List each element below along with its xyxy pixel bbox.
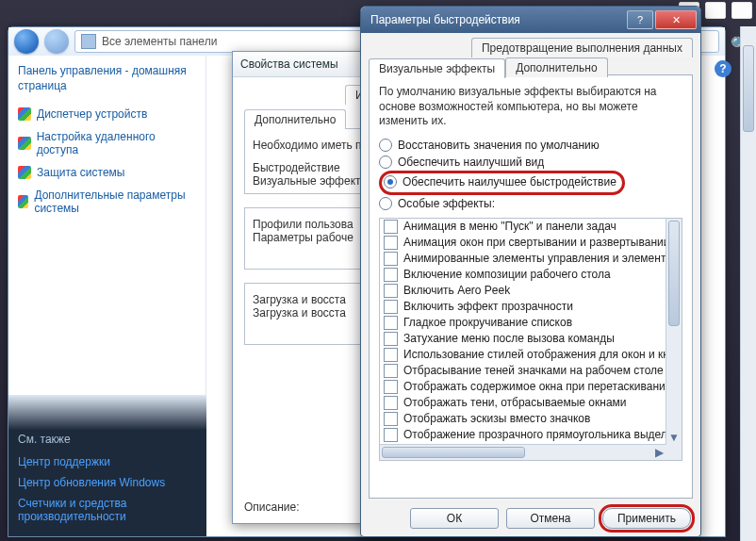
page-vscrollbar[interactable]: [740, 26, 756, 541]
effect-checkbox-row[interactable]: Анимированные элементы управления и элем…: [380, 251, 665, 267]
effect-checkbox-row[interactable]: Отображать содержимое окна при перетаски…: [380, 379, 665, 395]
window-extra-icon[interactable]: [731, 2, 752, 19]
radio-option-2[interactable]: Обеспечить наилучшее быстродействие: [384, 173, 616, 190]
checkbox-icon[interactable]: [384, 460, 398, 461]
effect-checkbox-row[interactable]: Отображение прозрачного прямоугольника в…: [380, 427, 665, 443]
effect-label: Анимация в меню "Пуск" и панели задач: [403, 220, 616, 233]
effect-checkbox-row[interactable]: Анимация в меню "Пуск" и панели задач: [380, 219, 665, 235]
hscroll-thumb[interactable]: [382, 447, 525, 458]
effects-checklist: Анимация в меню "Пуск" и панели задачАни…: [379, 218, 682, 461]
effect-checkbox-row[interactable]: Включить эффект прозрачности: [380, 299, 665, 315]
shield-icon: [18, 166, 31, 179]
effect-label: Использование стилей отображения для око…: [403, 348, 682, 361]
effect-checkbox-row[interactable]: Затухание меню после вызова команды: [380, 331, 665, 347]
checkbox-icon[interactable]: [384, 236, 398, 250]
radio-label: Обеспечить наилучший вид: [398, 156, 544, 169]
radio-icon: [379, 139, 392, 152]
see-also-link-2[interactable]: Счетчики и средства производительности: [18, 493, 197, 527]
checkbox-icon[interactable]: [384, 284, 398, 298]
sidebar-item-0[interactable]: Диспетчер устройств: [18, 103, 196, 125]
see-also-link-1[interactable]: Центр обновления Windows: [18, 472, 197, 493]
nav-forward-button[interactable]: [44, 29, 69, 54]
effect-checkbox-row[interactable]: Анимация окон при свертывании и разверты…: [380, 235, 665, 251]
checkbox-icon[interactable]: [384, 300, 398, 314]
effect-label: Включение композиции рабочего стола: [403, 268, 611, 281]
shield-icon: [18, 195, 28, 208]
effect-checkbox-row[interactable]: Использование стилей отображения для око…: [380, 347, 665, 363]
checkbox-icon[interactable]: [384, 364, 398, 378]
perf-help-button[interactable]: ?: [627, 10, 653, 29]
scroll-down-icon[interactable]: ▼: [666, 430, 682, 445]
see-also-header: См. также: [18, 433, 197, 446]
checkbox-icon[interactable]: [384, 412, 398, 426]
checkbox-icon[interactable]: [384, 380, 398, 394]
sidebar-item-1[interactable]: Настройка удаленного доступа: [18, 125, 196, 161]
checkbox-icon[interactable]: [384, 428, 398, 442]
radio-option-3[interactable]: Особые эффекты:: [379, 195, 682, 212]
sidebar-item-label: Защита системы: [37, 166, 124, 179]
sidebar-dark-region: См. также Центр поддержкиЦентр обновлени…: [8, 395, 206, 536]
scroll-right-icon[interactable]: ▶: [651, 445, 666, 460]
effect-label: Включить Aero Peek: [403, 284, 510, 297]
selected-radio-highlight: Обеспечить наилучшее быстродействие: [379, 171, 625, 195]
description-label: Описание:: [244, 500, 300, 514]
sidebar-item-3[interactable]: Дополнительные параметры системы: [18, 184, 196, 220]
visual-effects-intro: По умолчанию визуальные эффекты выбирают…: [379, 85, 682, 129]
shield-icon: [18, 107, 31, 121]
effect-label: Отображать эскизы вместо значков: [403, 412, 590, 425]
sidebar-item-label: Дополнительные параметры системы: [34, 189, 196, 215]
performance-title: Параметры быстродействия: [370, 13, 520, 26]
checkbox-icon[interactable]: [384, 332, 398, 346]
effect-label: Включить эффект прозрачности: [403, 300, 573, 313]
sidebar-item-label: Настройка удаленного доступа: [37, 130, 196, 156]
effect-checkbox-row[interactable]: Гладкое прокручивание списков: [380, 315, 665, 331]
apply-button[interactable]: Применить: [602, 508, 691, 529]
effect-label: Анимированные элементы управления и элем…: [403, 252, 682, 265]
tab-visual-effects[interactable]: Визуальные эффекты: [369, 58, 505, 78]
checklist-hscrollbar[interactable]: ◀ ▶: [380, 444, 666, 460]
nav-back-button[interactable]: [14, 29, 39, 54]
scroll-corner: [666, 445, 682, 460]
sidebar-item-2[interactable]: Защита системы: [18, 161, 196, 184]
checkbox-icon[interactable]: [384, 268, 398, 282]
radio-option-1[interactable]: Обеспечить наилучший вид: [379, 154, 682, 171]
help-icon[interactable]: ?: [715, 60, 731, 77]
radio-label: Восстановить значения по умолчанию: [398, 139, 600, 152]
checkbox-icon[interactable]: [384, 252, 398, 266]
page-vscroll-thumb[interactable]: [743, 45, 754, 132]
checkbox-icon[interactable]: [384, 220, 398, 234]
tab-dep[interactable]: Предотвращение выполнения данных: [471, 38, 693, 57]
checkbox-icon[interactable]: [384, 316, 398, 330]
performance-options-dialog: Параметры быстродействия ? ✕ Предотвраще…: [360, 6, 701, 537]
see-also-link-0[interactable]: Центр поддержки: [18, 451, 197, 472]
effect-checkbox-row[interactable]: Отбрасывание теней значками на рабочем с…: [380, 363, 665, 379]
effect-checkbox-row[interactable]: Включение композиции рабочего стола: [380, 267, 665, 283]
cancel-button[interactable]: Отмена: [506, 508, 595, 529]
effect-label: Отображать тени, отбрасываемые окнами: [403, 396, 627, 409]
tab-additional[interactable]: Дополнительно: [244, 109, 346, 129]
checkbox-icon[interactable]: [384, 396, 398, 410]
control-panel-icon: [81, 34, 96, 49]
vscroll-thumb[interactable]: [668, 221, 680, 326]
radio-label: Обеспечить наилучшее быстродействие: [403, 175, 616, 189]
effect-label: Отображение прозрачного прямоугольника в…: [403, 428, 682, 441]
window-max-icon[interactable]: [705, 2, 726, 19]
ok-button[interactable]: ОК: [410, 508, 499, 529]
effect-checkbox-row[interactable]: Отображать эскизы вместо значков: [380, 411, 665, 427]
radio-option-0[interactable]: Восстановить значения по умолчанию: [379, 137, 682, 154]
perf-close-button[interactable]: ✕: [655, 10, 697, 29]
checkbox-icon[interactable]: [384, 348, 398, 362]
radio-icon: [379, 197, 392, 210]
control-panel-home-link[interactable]: Панель управления - домашняя страница: [18, 63, 196, 93]
effect-checkbox-row[interactable]: Включить Aero Peek: [380, 283, 665, 299]
effect-label: Отбрасывание теней значками на рабочем с…: [403, 364, 664, 377]
checklist-vscrollbar[interactable]: ▲ ▼: [666, 219, 682, 445]
radio-icon: [379, 156, 392, 169]
effect-checkbox-row[interactable]: Отображать тени, отбрасываемые окнами: [380, 395, 665, 411]
shield-icon: [18, 137, 31, 150]
radio-label: Особые эффекты:: [398, 197, 495, 210]
effect-label: Затухание меню после вызова команды: [403, 332, 615, 345]
effect-label: Сглаживать неровности экранных шрифтов: [403, 460, 633, 461]
breadcrumb: Все элементы панели: [102, 35, 217, 48]
tab-perf-additional[interactable]: Дополнительно: [505, 57, 607, 77]
